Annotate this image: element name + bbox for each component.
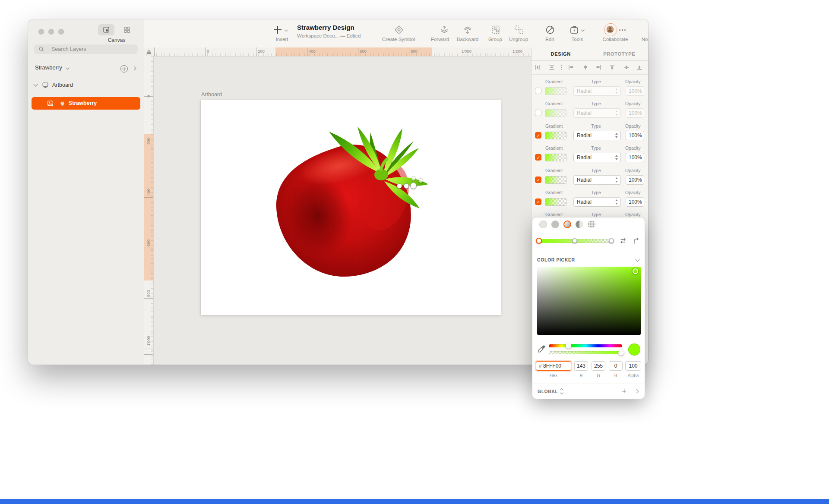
collapse-section-icon[interactable]	[636, 258, 640, 262]
ungroup-icon[interactable]	[514, 25, 524, 35]
gradient-swatch[interactable]	[545, 198, 566, 206]
gradient-swatch[interactable]	[545, 87, 566, 95]
sidebar-item-artboard[interactable]: Artboard	[28, 79, 144, 91]
eyedropper-icon[interactable]	[537, 345, 546, 355]
fill-enabled-checkbox[interactable]	[535, 132, 541, 139]
artboard-title[interactable]: Artboard	[201, 91, 222, 98]
gradient-swatch[interactable]	[545, 154, 566, 161]
create-symbol-icon[interactable]	[394, 25, 404, 35]
fill-opacity-field[interactable]: 100%	[626, 175, 644, 185]
gradient-stop-handle[interactable]	[418, 178, 423, 183]
tools-icon[interactable]	[569, 25, 579, 35]
green-input[interactable]: 255	[592, 361, 605, 371]
align-center-horizontal-icon[interactable]	[582, 64, 589, 71]
canvas-area[interactable]: 0 200 400 600 800 1'000 1'200 0 200 400 …	[144, 47, 531, 365]
fill-opacity-field[interactable]: 100%	[626, 153, 644, 162]
alpha-input[interactable]: 100	[625, 361, 641, 371]
fill-type-select[interactable]: Radial	[573, 131, 621, 140]
fill-type-gradient-icon[interactable]	[563, 220, 571, 228]
fill-type-select[interactable]: Radial	[573, 86, 621, 96]
fill-type-select[interactable]: Radial	[573, 197, 621, 207]
window-minimize-button[interactable]	[48, 29, 54, 35]
canvas-view-toggle[interactable]	[98, 24, 114, 35]
group-icon[interactable]	[491, 25, 501, 35]
window-close-button[interactable]	[38, 29, 44, 35]
fill-opacity-field[interactable]: 100%	[626, 131, 644, 140]
expand-global-icon[interactable]	[635, 389, 639, 394]
tab-prototype[interactable]: PROTOTYPE	[590, 47, 649, 60]
lock-icon	[146, 49, 152, 57]
fill-opacity-field[interactable]: 100%	[626, 86, 644, 96]
fill-enabled-checkbox[interactable]	[535, 88, 541, 94]
fill-opacity-field[interactable]: 100%	[626, 108, 644, 118]
gradient-swatch[interactable]	[545, 132, 566, 139]
strawberry-artwork[interactable]	[268, 123, 440, 283]
distribute-vertically-icon[interactable]	[548, 64, 555, 71]
gradient-stop-handle[interactable]	[397, 183, 402, 189]
window-zoom-button[interactable]	[58, 29, 64, 35]
hex-prefix: #	[539, 363, 542, 369]
align-middle-vertical-icon[interactable]	[623, 64, 630, 71]
strawberry-thumbnail-icon	[59, 100, 66, 108]
insert-chevron-icon[interactable]	[285, 28, 288, 32]
gradient-stop[interactable]	[609, 238, 614, 243]
tidy-icon[interactable]	[558, 64, 565, 71]
tools-chevron-icon[interactable]	[581, 28, 585, 32]
gradient-swatch[interactable]	[545, 109, 566, 117]
blue-input[interactable]: 0	[609, 361, 623, 371]
gradient-stop-handle[interactable]	[410, 183, 417, 189]
move-forward-icon[interactable]	[439, 25, 449, 35]
fill-opacity-field[interactable]: 100%	[626, 197, 644, 207]
fill-type-select[interactable]: Radial	[573, 108, 621, 118]
sidebar-item-strawberry-layer[interactable]: Strawberry	[32, 97, 140, 110]
page-selector[interactable]: Strawberry	[35, 64, 69, 71]
alpha-handle[interactable]	[618, 350, 624, 356]
fill-enabled-checkbox[interactable]	[535, 154, 541, 161]
components-view-toggle[interactable]	[119, 24, 135, 35]
search-layers-input[interactable]: Search Layers	[34, 44, 138, 54]
expand-pages-icon[interactable]	[132, 66, 136, 71]
alpha-label: Alpha	[625, 373, 641, 378]
move-backward-icon[interactable]	[462, 25, 473, 35]
gradient-swatch[interactable]	[545, 176, 566, 184]
reverse-gradient-icon[interactable]	[620, 237, 626, 246]
red-input[interactable]: 143	[574, 361, 588, 371]
saturation-cursor[interactable]	[633, 268, 638, 274]
fill-enabled-checkbox[interactable]	[535, 198, 541, 205]
align-bottom-icon[interactable]	[636, 64, 643, 71]
hue-slider[interactable]	[549, 344, 622, 347]
align-left-icon[interactable]	[568, 64, 575, 71]
hex-input[interactable]: # 8FFF00	[536, 361, 571, 371]
global-sort-icon[interactable]	[560, 389, 564, 394]
distribute-horizontally-icon[interactable]	[534, 64, 541, 71]
alpha-slider[interactable]	[549, 351, 622, 354]
fill-type-flat-icon[interactable]	[539, 220, 547, 228]
align-right-icon[interactable]	[595, 64, 602, 71]
saturation-brightness-field[interactable]	[537, 267, 641, 335]
rotate-gradient-icon[interactable]	[633, 237, 639, 246]
fill-type-noise-icon[interactable]	[588, 220, 595, 228]
edit-icon[interactable]	[545, 25, 555, 35]
fill-type-solid-icon[interactable]	[551, 220, 559, 228]
gradient-stop-selected[interactable]	[536, 238, 542, 244]
hue-handle[interactable]	[566, 343, 571, 349]
toolbar[interactable]: Insert Strawberry Design Workspace Docu.…	[144, 19, 648, 48]
gradient-stop[interactable]	[572, 238, 577, 243]
gradient-stop-handle[interactable]	[411, 176, 416, 181]
fill-type-pattern-icon[interactable]	[576, 220, 583, 228]
fill-enabled-checkbox[interactable]	[535, 176, 541, 183]
gradient-stop-handle[interactable]	[404, 183, 409, 189]
insert-plus-icon[interactable]	[273, 25, 282, 35]
fill-type-select[interactable]: Radial	[573, 175, 621, 185]
collaborate-menu-icon[interactable]	[619, 29, 620, 31]
tab-design[interactable]: DESIGN	[532, 47, 590, 60]
ruler-tick: 0	[207, 49, 209, 54]
global-presets-label[interactable]: GLOBAL	[538, 389, 558, 394]
fill-type-select[interactable]: Radial	[573, 153, 621, 162]
add-global-color-button[interactable]	[621, 388, 627, 394]
add-page-button[interactable]	[120, 65, 128, 72]
collaborate-avatar-ring[interactable]	[604, 23, 617, 36]
ruler-tick: 200	[146, 132, 151, 150]
fill-enabled-checkbox[interactable]	[535, 110, 541, 116]
align-top-icon[interactable]	[609, 64, 616, 71]
